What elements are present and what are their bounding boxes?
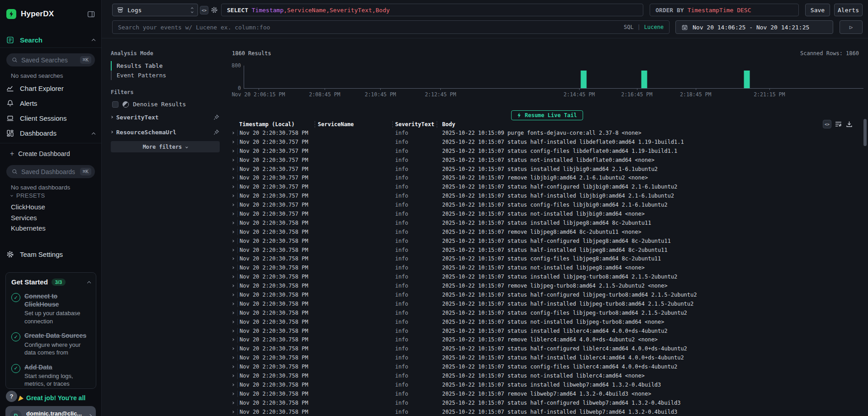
sidebar-item-alerts[interactable]: Alerts xyxy=(0,96,101,111)
row-expand-icon[interactable] xyxy=(228,285,237,287)
lucene-toggle[interactable]: Lucene xyxy=(644,24,664,30)
table-row[interactable]: Nov 20 2:20:30.757 PMinfo2025-10-22 10:1… xyxy=(228,173,862,182)
table-row[interactable]: Nov 20 2:20:30.757 PMinfo2025-10-22 10:1… xyxy=(228,200,862,209)
row-expand-icon[interactable] xyxy=(228,294,237,296)
scrollbar-thumb[interactable] xyxy=(863,119,867,146)
sidebar-item-dashboards[interactable]: Dashboards xyxy=(0,126,101,141)
row-expand-icon[interactable] xyxy=(228,393,237,395)
table-row[interactable]: Nov 20 2:20:30.758 PMinfo2025-10-22 10:1… xyxy=(228,380,862,389)
row-expand-icon[interactable] xyxy=(228,186,237,188)
histogram-bar[interactable] xyxy=(642,71,647,88)
chevron-up-icon[interactable] xyxy=(92,39,95,43)
row-expand-icon[interactable] xyxy=(228,231,237,233)
row-expand-icon[interactable] xyxy=(228,303,237,305)
table-row[interactable]: Nov 20 2:20:30.758 PMinfo2025-10-22 10:1… xyxy=(228,263,862,272)
sidebar-item-team-settings[interactable]: Team Settings xyxy=(0,249,101,260)
row-expand-icon[interactable] xyxy=(228,195,237,197)
row-expand-icon[interactable] xyxy=(228,258,237,260)
histogram-bar[interactable] xyxy=(580,71,586,88)
mode-results-table[interactable]: Results Table xyxy=(111,61,220,71)
table-row[interactable]: Nov 20 2:20:30.758 PMinfo2025-10-22 10:1… xyxy=(228,272,862,281)
time-range-picker[interactable]: Nov 20 14:06:25 - Nov 20 14:21:25 xyxy=(675,20,833,34)
row-expand-icon[interactable] xyxy=(228,159,237,161)
table-row[interactable]: Nov 20 2:20:30.758 PMinfo2025-10-22 10:1… xyxy=(228,335,862,344)
preset-kubernetes[interactable]: Kubernetes xyxy=(0,223,101,234)
chevron-up-icon[interactable] xyxy=(87,281,91,284)
table-row[interactable]: Nov 20 2:20:30.758 PMinfo2025-10-22 10:1… xyxy=(228,362,862,371)
row-expand-icon[interactable] xyxy=(228,339,237,340)
table-row[interactable]: Nov 20 2:20:30.758 PMinfo2025-10-22 10:1… xyxy=(228,389,862,398)
row-expand-icon[interactable] xyxy=(228,276,237,278)
get-started-item-add-data[interactable]: ✓Add DataStart sending logs, metrics, or… xyxy=(11,363,90,388)
histogram-chart[interactable]: 800 0 Nov 20 2:06:15 PM2:08:45 PM2:10:45… xyxy=(244,66,863,89)
source-settings-gear-icon[interactable] xyxy=(211,6,218,14)
row-expand-icon[interactable] xyxy=(228,312,237,314)
table-row[interactable]: Nov 20 2:20:30.758 PMinfo2025-10-22 10:1… xyxy=(228,227,862,236)
row-expand-icon[interactable] xyxy=(228,357,237,359)
row-expand-icon[interactable] xyxy=(228,177,237,179)
table-row[interactable]: Nov 20 2:20:30.757 PMinfo2025-10-22 10:1… xyxy=(228,191,862,200)
table-row[interactable]: Nov 20 2:20:30.758 PMinfo2025-10-22 10:1… xyxy=(228,236,862,246)
row-expand-icon[interactable] xyxy=(228,213,237,215)
filter-group-severitytext[interactable]: SeverityText xyxy=(111,112,220,123)
get-started-header[interactable]: Get Started 3/3 xyxy=(11,278,90,286)
table-row[interactable]: Nov 20 2:20:30.758 PMinfo2025-10-22 10:1… xyxy=(228,218,862,227)
row-expand-icon[interactable] xyxy=(228,168,237,170)
row-expand-icon[interactable] xyxy=(228,366,237,368)
row-expand-icon[interactable] xyxy=(228,141,237,143)
sidebar-item-search[interactable]: Search xyxy=(0,34,101,45)
table-row[interactable]: Nov 20 2:20:30.758 PMinfo2025-10-22 10:1… xyxy=(228,254,862,263)
row-expand-icon[interactable] xyxy=(228,411,237,413)
table-row[interactable]: Nov 20 2:20:30.758 PMinfo2025-10-22 10:1… xyxy=(228,344,862,353)
preset-clickhouse[interactable]: ClickHouse xyxy=(0,202,101,213)
sql-toggle[interactable]: SQL xyxy=(624,24,634,30)
alerts-button[interactable]: Alerts xyxy=(834,4,863,16)
save-button[interactable]: Save xyxy=(805,4,830,16)
row-expand-icon[interactable] xyxy=(228,348,237,350)
histogram-bar[interactable] xyxy=(744,71,750,88)
table-row[interactable]: Nov 20 2:20:30.758 PMinfo2025-10-22 10:1… xyxy=(228,281,862,290)
presets-header[interactable]: PRESETS xyxy=(0,192,101,199)
filter-group-resourceschemaurl[interactable]: ResourceSchemaUrl xyxy=(111,127,220,137)
row-expand-icon[interactable] xyxy=(228,132,237,134)
row-expand-icon[interactable] xyxy=(228,402,237,404)
row-expand-icon[interactable] xyxy=(228,150,237,152)
row-expand-icon[interactable] xyxy=(228,267,237,269)
table-row[interactable]: Nov 20 2:20:30.758 PMinfo2025-10-22 10:1… xyxy=(228,299,862,308)
row-expand-icon[interactable] xyxy=(228,321,237,323)
table-row[interactable]: Nov 20 2:20:30.757 PMinfo2025-10-22 10:1… xyxy=(228,147,862,156)
table-row[interactable]: Nov 20 2:20:30.757 PMinfo2025-10-22 10:1… xyxy=(228,182,862,191)
pin-icon[interactable] xyxy=(213,114,220,121)
table-row[interactable]: Nov 20 2:20:30.758 PMinfo2025-10-22 10:1… xyxy=(228,128,862,137)
row-expand-icon[interactable] xyxy=(228,384,237,386)
row-expand-icon[interactable] xyxy=(228,330,237,332)
app-logo[interactable]: HyperDX xyxy=(0,7,101,21)
denoise-results-toggle[interactable]: Denoise Results xyxy=(111,101,220,108)
sidebar-collapse-icon[interactable] xyxy=(87,10,95,18)
row-expand-icon[interactable] xyxy=(228,249,237,251)
denoise-checkbox[interactable] xyxy=(112,101,118,108)
order-by-input[interactable]: ORDER BY TimestampTime DESC xyxy=(650,4,799,16)
user-menu[interactable]: D dominic.tran@clic... dominic.tran@clic… xyxy=(5,406,96,416)
edit-source-code-button[interactable]: <> xyxy=(200,6,208,14)
select-columns-input[interactable]: SELECT Timestamp ,ServiceName,SeverityTe… xyxy=(221,4,643,16)
pin-icon[interactable] xyxy=(213,129,220,136)
table-row[interactable]: Nov 20 2:20:30.757 PMinfo2025-10-22 10:1… xyxy=(228,156,862,165)
sidebar-item-chart-explorer[interactable]: Chart Explorer xyxy=(0,81,101,96)
row-expand-icon[interactable] xyxy=(228,240,237,242)
table-row[interactable]: Nov 20 2:20:30.758 PMinfo2025-10-22 10:1… xyxy=(228,407,862,416)
row-expand-icon[interactable] xyxy=(228,375,237,377)
run-query-button[interactable]: ▷ xyxy=(840,20,863,34)
saved-dashboards-input[interactable]: Saved Dashboards ⌘K xyxy=(6,165,95,178)
table-row[interactable]: Nov 20 2:20:30.758 PMinfo2025-10-22 10:1… xyxy=(228,326,862,336)
table-row[interactable]: Nov 20 2:20:30.758 PMinfo2025-10-22 10:1… xyxy=(228,398,862,407)
create-dashboard-button[interactable]: + Create Dashboard xyxy=(0,149,101,158)
get-started-item-connect-to-clickhouse[interactable]: ✓Connect to ClickHouseSet up your databa… xyxy=(11,292,90,325)
table-row[interactable]: Nov 20 2:20:30.757 PMinfo2025-10-22 10:1… xyxy=(228,209,862,218)
get-started-item-create-data-sources[interactable]: ✓Create Data SourcesConfigure where your… xyxy=(11,331,90,356)
table-row[interactable]: Nov 20 2:20:30.758 PMinfo2025-10-22 10:1… xyxy=(228,353,862,362)
row-expand-icon[interactable] xyxy=(228,204,237,206)
mode-event-patterns[interactable]: Event Patterns xyxy=(111,71,220,80)
more-filters-button[interactable]: More filters xyxy=(111,141,220,152)
table-row[interactable]: Nov 20 2:20:30.757 PMinfo2025-10-22 10:1… xyxy=(228,165,862,174)
